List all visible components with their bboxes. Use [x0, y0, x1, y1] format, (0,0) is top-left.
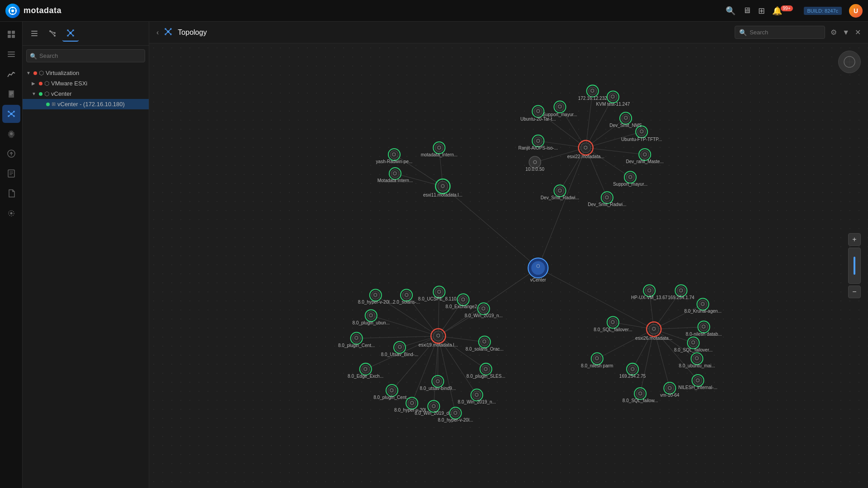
svg-text:vCenter: vCenter [530, 277, 547, 282]
build-tag: BUILD: 8247c [804, 7, 842, 15]
svg-line-62 [443, 186, 538, 268]
svg-text:⬡: ⬡ [437, 145, 441, 150]
tree-status-vcenter-host [46, 103, 50, 106]
svg-rect-31 [9, 173, 13, 174]
svg-text:8.0_Krunal-agen...: 8.0_Krunal-agen... [684, 309, 722, 314]
svg-text:⬡: ⬡ [668, 385, 672, 390]
svg-line-22 [9, 112, 11, 114]
tree-icon-vmware: ⬡ [44, 80, 49, 87]
svg-text:⬡: ⬡ [701, 301, 705, 306]
svg-text:⬡: ⬡ [611, 319, 615, 324]
panel-tab-topology[interactable] [62, 25, 79, 42]
sidebar-item-settings[interactable] [2, 204, 20, 222]
svg-text:⬡: ⬡ [453, 410, 458, 415]
sidebar-item-documents[interactable] [2, 184, 20, 202]
monitor-icon[interactable]: 🖥 [743, 6, 751, 15]
svg-text:8.0_ubuntu_mai...: 8.0_ubuntu_mai... [679, 363, 715, 368]
zoom-slider-fill [854, 257, 855, 275]
chevron-down-icon[interactable]: ▼ [842, 28, 849, 37]
svg-text:vm-10-64: vm-10-64 [660, 393, 679, 398]
svg-point-33 [10, 212, 12, 215]
svg-line-23 [11, 112, 14, 114]
svg-text:8.0_Win_2019_d...: 8.0_Win_2019_d... [415, 411, 453, 416]
svg-text:NILESH_internal-...: NILESH_internal-... [678, 385, 717, 390]
svg-line-60 [168, 32, 171, 34]
svg-text:Ranjit-AIOPS-iso-...: Ranjit-AIOPS-iso-... [519, 145, 558, 150]
svg-text:172.16.12.232: 172.16.12.232 [578, 96, 608, 101]
tree-status-virtualization [33, 71, 37, 75]
svg-text:esxi19.motadata.l...: esxi19.motadata.l... [419, 343, 458, 347]
svg-line-58 [168, 29, 171, 32]
tree-icon-vcenter: ⬡ [44, 90, 49, 97]
zoom-slider[interactable] [848, 248, 861, 284]
svg-text:⬡: ⬡ [392, 152, 396, 157]
svg-text:8.0_SQL_failow...: 8.0_SQL_failow... [623, 398, 658, 403]
svg-text:169.254.1.74: 169.254.1.74 [668, 295, 694, 300]
svg-rect-14 [9, 92, 13, 93]
zoom-in-button[interactable]: + [848, 233, 861, 246]
svg-text:esxi26.motadata...: esxi26.motadata... [635, 336, 672, 341]
header-search-input[interactable] [735, 26, 825, 39]
svg-text:⬡: ⬡ [643, 152, 647, 157]
svg-text:esxi11.motadata.l...: esxi11.motadata.l... [423, 192, 462, 197]
tree-item-vmware[interactable]: ▶ ⬡ VMware ESXi [23, 78, 149, 89]
sidebar-item-reports[interactable] [2, 85, 20, 103]
svg-text:⬡: ⬡ [584, 145, 588, 150]
svg-text:yash-Radwin-pe...: yash-Radwin-pe... [376, 159, 413, 164]
sidebar-item-dashboard[interactable] [2, 25, 20, 43]
sidebar-item-config[interactable] [2, 125, 20, 143]
svg-text:Support_mayur...: Support_mayur... [613, 182, 647, 187]
svg-rect-15 [9, 93, 13, 94]
svg-text:Dev_Smit_Radwi...: Dev_Smit_Radwi... [541, 195, 579, 200]
svg-text:⬡: ⬡ [363, 366, 368, 371]
svg-text:⬡: ⬡ [691, 340, 695, 345]
svg-line-25 [11, 114, 14, 116]
sidebar-item-topology[interactable] [2, 105, 20, 123]
header-search-wrap: 🔍 [735, 26, 825, 39]
svg-rect-11 [8, 54, 15, 55]
sidebar-item-logs[interactable] [2, 164, 20, 183]
panel-search-input[interactable] [26, 49, 145, 62]
svg-line-48 [68, 30, 71, 33]
svg-line-99 [654, 304, 703, 329]
svg-point-1 [11, 9, 14, 12]
sidebar-item-automation[interactable] [2, 145, 20, 163]
svg-rect-35 [31, 31, 38, 32]
svg-text:⬡: ⬡ [640, 129, 644, 134]
sidebar-item-analytics[interactable] [2, 65, 20, 83]
sidebar-item-monitoring[interactable] [2, 45, 20, 63]
svg-text:8.0_plugin_ubun...: 8.0_plugin_ubun... [352, 320, 390, 325]
tree-item-vcenter[interactable]: ▼ ⬡ vCenter [23, 89, 149, 99]
zoom-out-button[interactable]: − [848, 286, 861, 298]
svg-text:8.0_UCSPE_8.110...: 8.0_UCSPE_8.110... [418, 296, 460, 301]
topology-canvas[interactable]: ⬡ vCenter ⬡ esxi22.motadata... ⬡ esxi11.… [149, 43, 868, 488]
svg-text:⬡: ⬡ [436, 333, 440, 338]
topbar: motadata 🔍 🖥 ⊞ 🔔 99+ BUILD: 8247c U [0, 0, 868, 22]
user-avatar[interactable]: U [849, 4, 863, 18]
tree-item-vcenter-host[interactable]: ⊞ vCenter - (172.16.10.180) [23, 99, 149, 109]
svg-line-85 [438, 309, 483, 336]
back-button[interactable]: ‹ [156, 28, 159, 37]
svg-text:⬡: ⬡ [536, 108, 540, 113]
svg-text:Motadata Intern...: Motadata Intern... [377, 178, 413, 183]
svg-rect-7 [12, 31, 15, 34]
panel-tab-list[interactable] [26, 25, 42, 42]
grid-icon[interactable]: ⊞ [758, 6, 765, 16]
panel-tab-tree[interactable] [44, 25, 61, 42]
svg-text:8.0_hyper-v-20l...: 8.0_hyper-v-20l... [438, 418, 473, 422]
svg-text:⬡: ⬡ [695, 356, 699, 361]
mini-map[interactable] [838, 51, 861, 73]
svg-text:2.0_solaris-...: 2.0_solaris-... [393, 300, 420, 305]
svg-text:⬡: ⬡ [373, 292, 377, 297]
svg-text:Ubuntu-20-Tar-t...: Ubuntu-20-Tar-t... [520, 117, 556, 122]
search-icon[interactable]: 🔍 [726, 6, 736, 16]
close-button[interactable]: ✕ [855, 28, 861, 37]
svg-text:⬡: ⬡ [475, 392, 479, 397]
svg-line-49 [71, 30, 73, 33]
svg-rect-8 [8, 35, 11, 38]
svg-text:⬡: ⬡ [461, 297, 465, 302]
settings-button[interactable]: ⚙ [830, 28, 837, 37]
tree-item-virtualization[interactable]: ▼ ⬡ Virtualization [23, 68, 149, 78]
svg-point-2 [12, 7, 14, 8]
svg-text:⬡: ⬡ [624, 115, 628, 120]
